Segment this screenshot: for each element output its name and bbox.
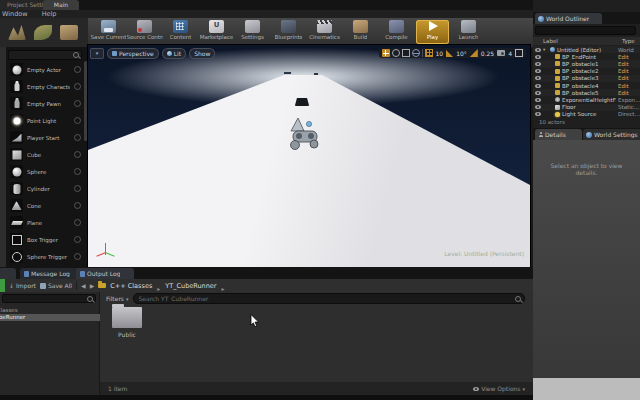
place-actor-item[interactable]: Point Light	[6, 112, 84, 129]
toolbar-button[interactable]: Build	[344, 20, 377, 44]
visibility-eye-icon[interactable]	[535, 62, 541, 66]
horizon-actor[interactable]	[314, 73, 318, 75]
toolbar-button[interactable]: Source Control	[128, 20, 161, 44]
grab-handle-icon[interactable]	[74, 219, 81, 226]
grab-handle-icon[interactable]	[74, 202, 81, 209]
grab-handle-icon[interactable]	[74, 134, 81, 141]
actor-type-link[interactable]: World	[618, 47, 640, 53]
grid-snap-icon[interactable]	[425, 49, 433, 57]
actor-type-link[interactable]: Static…	[618, 104, 640, 110]
add-new-button[interactable]	[0, 279, 5, 292]
outliner-row[interactable]: BP_EndPoint Edit	[533, 53, 640, 60]
tab-details[interactable]: Details	[535, 129, 582, 140]
actor-type-link[interactable]: Edit	[618, 83, 640, 89]
perspective-dropdown[interactable]: Perspective	[107, 48, 159, 59]
visibility-eye-icon[interactable]	[535, 112, 541, 116]
visibility-eye-icon[interactable]	[535, 84, 541, 88]
move-tool-icon[interactable]	[382, 49, 390, 57]
place-actor-item[interactable]: Box Trigger	[6, 231, 84, 248]
visibility-eye-icon[interactable]	[535, 98, 541, 102]
maximize-viewport-icon[interactable]	[515, 49, 523, 57]
grid-snap-value[interactable]: 10	[435, 50, 445, 57]
outliner-row[interactable]: BP_obstacle5 Edit	[533, 89, 640, 96]
tab-message-log[interactable]: Message Log	[20, 268, 80, 279]
filters-dropdown[interactable]: Filters	[106, 295, 129, 302]
viewport-options-icon[interactable]: ▾	[90, 48, 104, 59]
actor-type-link[interactable]: Expon…	[618, 97, 640, 103]
scale-tool-icon[interactable]	[402, 49, 410, 57]
tab-world-outliner[interactable]: World Outliner	[535, 13, 602, 24]
grab-handle-icon[interactable]	[74, 100, 81, 107]
rotation-snap-value[interactable]: 10°	[455, 50, 468, 57]
toolbar-button[interactable]: Compile	[380, 20, 413, 44]
expander-arrow[interactable]: ▾	[543, 47, 548, 52]
scale-snap-icon[interactable]	[470, 49, 478, 57]
tab-output-log[interactable]: Output Log	[76, 268, 134, 279]
content-browser-assets[interactable]: Filters Public	[100, 292, 533, 382]
modes-search-field[interactable]	[8, 50, 82, 60]
outliner-row[interactable]: BP_obstacle1 Edit	[533, 60, 640, 67]
foliage-mode-icon[interactable]	[34, 25, 52, 40]
visibility-eye-icon[interactable]	[535, 48, 541, 52]
actor-type-link[interactable]: Edit	[618, 54, 640, 60]
grab-handle-icon[interactable]	[74, 66, 81, 73]
landscape-mode-icon[interactable]	[8, 25, 26, 40]
visibility-eye-icon[interactable]	[535, 55, 541, 59]
outliner-search-field[interactable]	[535, 26, 636, 35]
import-button[interactable]: ↓ Import	[9, 282, 36, 289]
camera-speed-icon[interactable]	[497, 50, 505, 56]
outliner-row[interactable]: BP_obstacle3 Edit	[533, 75, 640, 82]
save-all-button[interactable]: Save All	[40, 282, 72, 289]
scale-snap-value[interactable]: 0.25	[480, 50, 495, 57]
grab-handle-icon[interactable]	[74, 253, 81, 260]
outliner-row[interactable]: BP_obstacle2 Edit	[533, 68, 640, 75]
asset-search-input[interactable]	[137, 295, 515, 302]
place-actor-item[interactable]: Cone	[6, 197, 84, 214]
player-start-marker[interactable]	[286, 115, 324, 155]
outliner-row[interactable]: Light Source Direct…	[533, 111, 640, 118]
place-actor-item[interactable]: Cube	[6, 146, 84, 163]
actor-type-link[interactable]: Edit	[618, 61, 640, 67]
place-actor-item[interactable]: Sphere	[6, 163, 84, 180]
place-actor-item[interactable]: Sphere Trigger	[6, 248, 84, 265]
place-actor-item[interactable]: Cylinder	[6, 180, 84, 197]
grab-handle-icon[interactable]	[74, 151, 81, 158]
grab-handle-icon[interactable]	[74, 236, 81, 243]
visibility-eye-icon[interactable]	[535, 91, 541, 95]
actor-type-link[interactable]: Direct…	[618, 111, 640, 117]
outliner-column-header[interactable]: Label Type	[533, 37, 640, 45]
actor-type-link[interactable]: Edit	[618, 68, 640, 74]
visibility-eye-icon[interactable]	[535, 76, 541, 80]
toolbar-button[interactable]: Settings	[236, 20, 269, 44]
toolbar-button[interactable]: Cinematics	[308, 20, 341, 44]
show-dropdown[interactable]: Show	[189, 48, 215, 59]
grab-handle-icon[interactable]	[74, 168, 81, 175]
level-viewport[interactable]: ▾ Perspective Lit Show 10 10° 0.	[88, 45, 530, 267]
place-actor-item[interactable]: Player Start	[6, 129, 84, 146]
asset-folder-icon[interactable]	[112, 307, 142, 328]
outliner-row[interactable]: Floor Static…	[533, 104, 640, 111]
column-label[interactable]: Label	[543, 38, 558, 44]
camera-speed-value[interactable]: 4	[507, 50, 513, 57]
column-type[interactable]: Type	[622, 38, 636, 44]
lit-dropdown[interactable]: Lit	[162, 48, 186, 59]
actor-type-link[interactable]: Edit	[618, 75, 640, 81]
source-folder-row[interactable]: YT_CubeRunner	[0, 314, 100, 322]
place-actor-item[interactable]: Empty Actor	[6, 61, 84, 78]
grab-handle-icon[interactable]	[74, 185, 81, 192]
place-actor-item[interactable]: Empty Pawn	[6, 95, 84, 112]
toolbar-button[interactable]: Launch	[452, 20, 485, 44]
forward-arrow-icon[interactable]: ▶	[90, 279, 95, 292]
geometry-mode-icon[interactable]	[60, 25, 78, 40]
outliner-row[interactable]: ExponentialHeightFog Expon…	[533, 96, 640, 103]
visibility-eye-icon[interactable]	[535, 105, 541, 109]
source-folder-row[interactable]: C++ Classes	[0, 306, 100, 314]
sources-search-field[interactable]	[2, 294, 96, 303]
place-actor-item[interactable]: Empty Character	[6, 78, 84, 95]
toolbar-button[interactable]: Save Current	[92, 20, 125, 44]
visibility-eye-icon[interactable]	[535, 69, 541, 73]
outliner-row[interactable]: BP_obstacle4 Edit	[533, 82, 640, 89]
actor-type-link[interactable]: Edit	[618, 90, 640, 96]
asset-search-field[interactable]	[133, 293, 525, 304]
world-coordinate-icon[interactable]	[412, 49, 420, 57]
